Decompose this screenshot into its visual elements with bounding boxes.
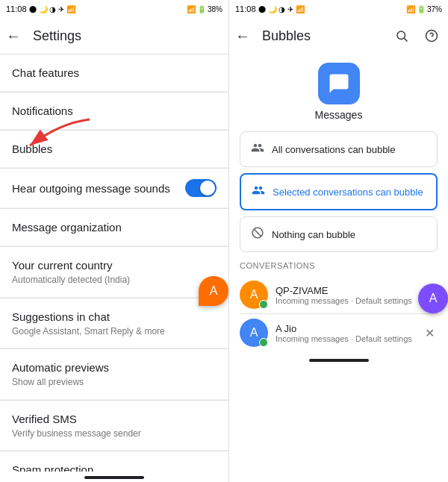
icons-left: 🌙 ◑ ✈ 📶	[39, 5, 75, 13]
settings-item-country[interactable]: Your current country Automatically detec…	[0, 247, 228, 298]
hear-outgoing-toggle[interactable]	[185, 179, 217, 197]
msg-org-label: Message organization	[12, 219, 217, 235]
suggestions-label: Suggestions in chat	[12, 309, 217, 325]
qp-avatar: A	[240, 281, 268, 309]
qp-detail: Incoming messages · Default settings	[276, 296, 422, 305]
left-battery: 📶 🔋 38%	[187, 5, 223, 13]
country-subtitle: Automatically detected (India)	[12, 275, 217, 287]
right-battery: 📶 🔋 37%	[406, 5, 442, 13]
bubble-option-nothing[interactable]: Nothing can bubble	[240, 216, 438, 252]
right-top-icons	[391, 25, 442, 46]
hear-outgoing-label: Hear outgoing message sounds	[12, 181, 170, 196]
verified-sms-subtitle: Verify business message sender	[12, 428, 217, 440]
auto-previews-subtitle: Show all previews	[12, 377, 217, 389]
help-icon	[425, 29, 438, 43]
right-floating-avatar: A	[418, 284, 448, 313]
jio-info: A Jio Incoming messages · Default settin…	[276, 323, 422, 343]
conversations-header: CONVERSATIONS	[240, 261, 438, 270]
help-button[interactable]	[421, 25, 442, 46]
jio-close-button[interactable]: ✕	[422, 323, 438, 343]
right-status-time: 11:08 ⬤ 🌙 ◑ ✈ 📶	[235, 4, 305, 13]
suggestions-subtitle: Google Assistant, Smart Reply & more	[12, 326, 217, 338]
qp-badge	[259, 300, 268, 309]
settings-item-auto-previews[interactable]: Automatic previews Show all previews	[0, 349, 228, 400]
right-back-button[interactable]: ←	[235, 28, 250, 45]
verified-sms-label: Verified SMS	[12, 411, 217, 427]
bubble-selected-label: Selected conversations can bubble	[273, 187, 423, 198]
svg-line-2	[404, 38, 407, 41]
settings-item-verified-sms[interactable]: Verified SMS Verify business message sen…	[0, 401, 228, 451]
bubble-option-all[interactable]: All conversations can bubble	[240, 131, 438, 167]
right-page-title: Bubbles	[262, 28, 311, 44]
app-name-label: Messages	[229, 109, 448, 121]
country-label: Your current country	[12, 257, 217, 273]
right-bottom-indicator	[309, 359, 369, 362]
right-status-bar: 11:08 ⬤ 🌙 ◑ ✈ 📶 📶 🔋 37%	[229, 0, 448, 18]
conversations-section: CONVERSATIONS A QP-ZIVAME Incoming messa…	[229, 252, 448, 354]
right-panel: 11:08 ⬤ 🌙 ◑ ✈ 📶 📶 🔋 37% ← Bubbles	[229, 0, 448, 482]
right-top-left: ← Bubbles	[235, 28, 311, 45]
jio-avatar: A	[240, 319, 268, 347]
bubble-nothing-label: Nothing can bubble	[272, 229, 355, 240]
auto-previews-label: Automatic previews	[12, 360, 217, 375]
bubbles-label: Bubbles	[12, 141, 217, 157]
svg-point-1	[397, 31, 405, 40]
left-floating-avatar: A	[199, 276, 228, 306]
dot-left: ⬤	[29, 5, 37, 13]
settings-item-chat-features[interactable]: Chat features	[0, 54, 228, 92]
search-button[interactable]	[391, 25, 412, 46]
settings-item-msg-org[interactable]: Message organization	[0, 209, 228, 246]
jio-detail: Incoming messages · Default settings	[276, 334, 422, 343]
jio-name: A Jio	[276, 323, 422, 334]
settings-item-hear-outgoing[interactable]: Hear outgoing message sounds	[0, 169, 228, 208]
right-top-bar: ← Bubbles	[229, 18, 448, 54]
qp-name: QP-ZIVAME	[276, 285, 422, 296]
conversation-item-jio: A A Jio Incoming messages · Default sett…	[240, 314, 438, 351]
bubble-all-icon	[251, 141, 264, 157]
time-left: 11:08	[6, 4, 27, 13]
conversation-item-qp: A QP-ZIVAME Incoming messages · Default …	[240, 276, 438, 313]
bubble-selected-icon	[252, 184, 265, 200]
left-status-time: 11:08 ⬤ 🌙 ◑ ✈ 📶	[6, 4, 75, 13]
chat-features-label: Chat features	[12, 65, 217, 81]
bubble-option-selected[interactable]: Selected conversations can bubble	[240, 173, 438, 210]
search-icon	[395, 29, 408, 43]
left-status-bar: 11:08 ⬤ 🌙 ◑ ✈ 📶 📶 🔋 38%	[0, 0, 228, 18]
messages-icon-svg	[328, 72, 350, 95]
messages-app-icon	[318, 63, 360, 104]
left-page-title: Settings	[33, 28, 81, 44]
jio-badge	[259, 338, 268, 347]
bubble-nothing-icon	[251, 226, 264, 242]
spam-label: Spam protection	[12, 462, 217, 472]
settings-item-bubbles[interactable]: Bubbles	[0, 131, 228, 168]
qp-info: QP-ZIVAME Incoming messages · Default se…	[276, 285, 422, 305]
time-right: 11:08	[235, 4, 256, 13]
bubble-all-label: All conversations can bubble	[272, 144, 396, 155]
hear-outgoing-row: Hear outgoing message sounds	[12, 179, 217, 197]
settings-list: Chat features Notifications Bubbles	[0, 54, 228, 472]
settings-item-spam[interactable]: Spam protection	[0, 451, 228, 472]
left-bottom-indicator	[84, 476, 144, 479]
left-back-button[interactable]: ←	[6, 28, 21, 45]
left-top-bar: ← Settings	[0, 18, 228, 54]
bubble-options-list: All conversations can bubble Selected co…	[229, 131, 448, 252]
settings-item-suggestions[interactable]: Suggestions in chat Google Assistant, Sm…	[0, 298, 228, 349]
settings-item-notifications[interactable]: Notifications	[0, 93, 228, 130]
notifications-label: Notifications	[12, 103, 217, 119]
left-panel: 11:08 ⬤ 🌙 ◑ ✈ 📶 📶 🔋 38% ← Settings Chat …	[0, 0, 229, 482]
